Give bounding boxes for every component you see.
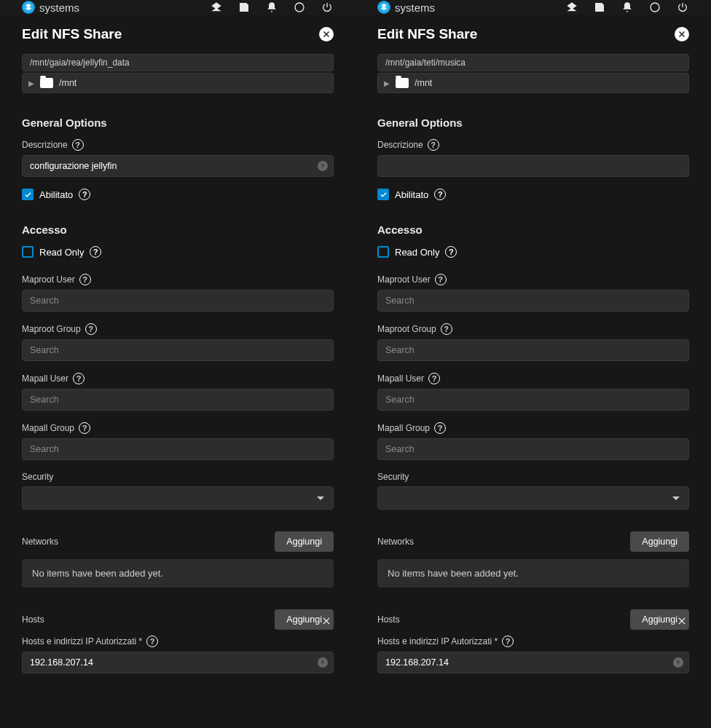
- section-access: Accesso: [377, 223, 689, 236]
- close-button[interactable]: [675, 27, 689, 41]
- tree-root-row[interactable]: ▶ /mnt: [22, 73, 334, 93]
- description-input[interactable]: [377, 155, 689, 177]
- add-network-button[interactable]: Aggiungi: [275, 531, 334, 552]
- label-mapall-group: Mapall Group: [22, 423, 74, 433]
- help-icon[interactable]: [85, 323, 97, 335]
- mapall-group-input[interactable]: [22, 438, 334, 460]
- label-description: Descrizione: [22, 140, 68, 150]
- section-general-options: General Options: [22, 116, 334, 129]
- tree-root-label: /mnt: [59, 78, 76, 88]
- help-icon[interactable]: [79, 274, 91, 285]
- label-hosts-authorized: Hosts e indirizzi IP Autorizzati *: [22, 636, 142, 646]
- help-icon[interactable]: [90, 246, 101, 258]
- clear-icon[interactable]: ×: [318, 161, 328, 171]
- mapall-user-input[interactable]: [22, 389, 334, 411]
- help-icon[interactable]: [434, 189, 446, 200]
- enabled-checkbox[interactable]: [22, 189, 34, 200]
- brand-logo-icon: [377, 1, 390, 14]
- label-mapall-user: Mapall User: [377, 373, 424, 384]
- maproot-user-input[interactable]: [22, 290, 334, 312]
- label-maproot-group: Maproot Group: [377, 324, 436, 334]
- status-icon[interactable]: [648, 1, 661, 14]
- bell-icon[interactable]: [265, 1, 278, 14]
- path-display: /mnt/gaia/teti/musica: [377, 54, 689, 71]
- networks-empty-message: No items have been added yet.: [22, 559, 334, 587]
- tree-root-row[interactable]: ▶ /mnt: [377, 73, 689, 93]
- security-select[interactable]: [377, 486, 689, 510]
- caret-right-icon: ▶: [28, 79, 34, 87]
- close-button[interactable]: [319, 27, 334, 41]
- svg-point-0: [295, 3, 304, 12]
- section-access: Accesso: [22, 223, 334, 236]
- add-network-button[interactable]: Aggiungi: [630, 531, 689, 552]
- remove-host-button[interactable]: [319, 614, 334, 628]
- bell-icon[interactable]: [621, 1, 634, 14]
- layers-icon[interactable]: [210, 1, 223, 14]
- label-mapall-user: Mapall User: [22, 373, 68, 384]
- label-networks: Networks: [377, 537, 414, 547]
- clear-icon[interactable]: ×: [673, 657, 683, 668]
- help-icon[interactable]: [428, 139, 439, 151]
- clear-icon[interactable]: ×: [318, 657, 328, 668]
- help-icon[interactable]: [73, 373, 85, 384]
- maproot-group-input[interactable]: [22, 339, 334, 361]
- help-icon[interactable]: [502, 636, 514, 647]
- brand-text: systems: [39, 1, 79, 14]
- brand: systems: [377, 1, 435, 14]
- mapall-group-input[interactable]: [377, 438, 689, 460]
- topbar: systems: [356, 0, 711, 15]
- host-ip-input[interactable]: [22, 652, 334, 673]
- security-select[interactable]: [22, 486, 334, 510]
- help-icon[interactable]: [441, 323, 452, 335]
- maproot-group-input[interactable]: [377, 339, 689, 361]
- remove-host-button[interactable]: [675, 614, 689, 628]
- power-icon[interactable]: [321, 1, 334, 14]
- label-maproot-group: Maproot Group: [22, 324, 81, 334]
- layers-icon[interactable]: [565, 1, 578, 14]
- brand-text: systems: [395, 1, 435, 14]
- help-icon[interactable]: [79, 422, 90, 434]
- help-icon[interactable]: [434, 422, 446, 434]
- panel-left: systems Edit NFS Share /mnt/gaia/rea/jel…: [0, 0, 356, 728]
- help-icon[interactable]: [435, 274, 447, 285]
- host-ip-input[interactable]: [377, 652, 689, 673]
- caret-right-icon: ▶: [384, 79, 390, 87]
- help-icon[interactable]: [146, 636, 158, 647]
- topbar: systems: [0, 0, 356, 15]
- label-maproot-user: Maproot User: [377, 274, 431, 285]
- svg-point-1: [651, 3, 659, 12]
- panel-header: Edit NFS Share: [377, 20, 689, 54]
- panel-header: Edit NFS Share: [22, 20, 334, 54]
- readonly-checkbox[interactable]: [22, 246, 34, 258]
- save-icon[interactable]: [237, 1, 251, 14]
- label-hosts: Hosts: [377, 614, 400, 625]
- label-mapall-group: Mapall Group: [377, 423, 430, 433]
- brand-logo-icon: [22, 1, 35, 14]
- help-icon[interactable]: [428, 373, 440, 384]
- topbar-icons: [210, 1, 334, 14]
- label-maproot-user: Maproot User: [22, 274, 75, 285]
- label-enabled: Abilitato: [395, 189, 428, 200]
- label-hosts-authorized: Hosts e indirizzi IP Autorizzati *: [377, 636, 498, 646]
- networks-empty-message: No items have been added yet.: [377, 559, 689, 587]
- status-icon[interactable]: [293, 1, 306, 14]
- label-readonly: Read Only: [39, 247, 84, 258]
- mapall-user-input[interactable]: [377, 389, 689, 411]
- folder-icon: [396, 78, 409, 88]
- panel-title: Edit NFS Share: [22, 26, 122, 42]
- label-networks: Networks: [22, 537, 58, 547]
- save-icon[interactable]: [593, 1, 606, 14]
- enabled-checkbox[interactable]: [377, 189, 389, 200]
- label-security: Security: [22, 472, 53, 482]
- power-icon[interactable]: [676, 1, 689, 14]
- maproot-user-input[interactable]: [377, 290, 689, 312]
- description-input[interactable]: [22, 155, 334, 177]
- tree-root-label: /mnt: [415, 78, 432, 88]
- help-icon[interactable]: [79, 189, 90, 200]
- help-icon[interactable]: [72, 139, 84, 151]
- path-display: /mnt/gaia/rea/jellyfin_data: [22, 54, 334, 71]
- readonly-checkbox[interactable]: [377, 246, 389, 258]
- panel-title: Edit NFS Share: [377, 26, 477, 42]
- help-icon[interactable]: [445, 246, 457, 258]
- folder-icon: [40, 78, 53, 88]
